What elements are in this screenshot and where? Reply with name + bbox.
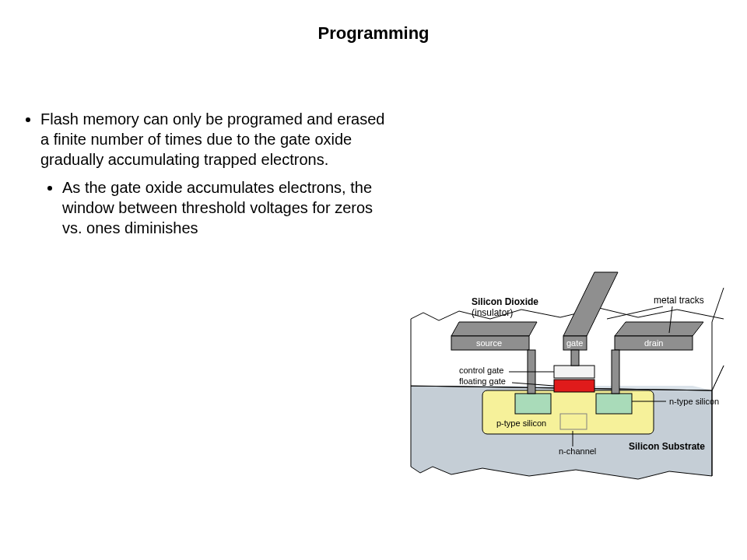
label-source: source bbox=[476, 338, 502, 348]
label-p-type: p-type silicon bbox=[496, 418, 546, 428]
control-gate bbox=[554, 366, 594, 378]
via-gate bbox=[571, 350, 579, 366]
label-silicon-substrate: Silicon Substrate bbox=[629, 441, 705, 452]
label-n-type-1: n-type silicon bbox=[669, 397, 719, 406]
n-type-right bbox=[596, 394, 632, 414]
label-metal-tracks: metal tracks bbox=[654, 295, 704, 306]
label-silicon-dioxide: Silicon Dioxide bbox=[472, 296, 538, 307]
label-floating-gate: floating gate bbox=[459, 376, 506, 386]
metal-track-source-top bbox=[451, 322, 537, 336]
body-text: Flash memory can only be programed and e… bbox=[23, 109, 397, 243]
metal-track-drain-top bbox=[615, 322, 703, 336]
label-insulator: (insulator) bbox=[472, 307, 513, 318]
bullet-main: Flash memory can only be programed and e… bbox=[40, 109, 397, 170]
label-control-gate: control gate bbox=[459, 366, 503, 375]
n-type-left bbox=[515, 394, 551, 414]
label-n-channel: n-channel bbox=[559, 446, 596, 456]
flash-cell-diagram: source gate drain Silicon Dioxide (insul… bbox=[405, 241, 731, 498]
label-gate: gate bbox=[566, 338, 583, 348]
via-drain bbox=[612, 350, 619, 394]
bullet-sub: As the gate oxide accumulates electrons,… bbox=[62, 177, 397, 238]
label-drain: drain bbox=[644, 338, 663, 348]
floating-gate bbox=[554, 380, 594, 392]
slide-title: Programming bbox=[0, 23, 747, 44]
